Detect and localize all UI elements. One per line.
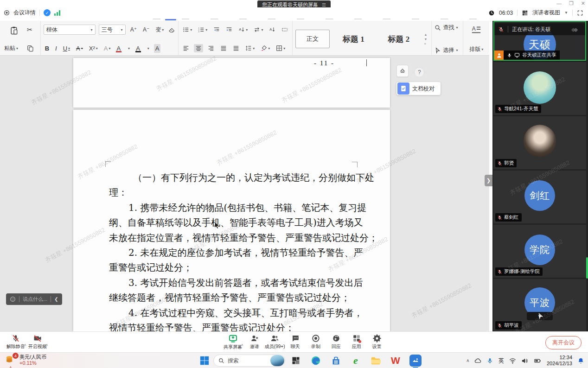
find-button[interactable]: 查找▾ [435,24,460,32]
taskbar-clock[interactable]: 12:34 2024/12/13 [547,355,572,367]
align-center-button[interactable] [194,44,203,52]
numbered-list-button[interactable]: ▾ [197,25,209,34]
internet-explorer-icon[interactable]: e [350,355,362,367]
reactions-button[interactable]: 回应 [326,332,346,352]
share-options-caret[interactable]: ˄ [241,343,243,347]
fullscreen-icon[interactable] [577,10,583,16]
view-mode-select[interactable]: 演讲者视图 [532,9,560,17]
tray-expand-caret[interactable]: ˄ [467,358,469,363]
shading-button[interactable]: ▾ [259,44,271,52]
chevron-down-icon[interactable]: ▼ [564,11,568,15]
battery-icon[interactable] [533,357,542,364]
paste-button[interactable] [9,24,19,35]
char-shading-button[interactable]: A [154,44,161,53]
notifications-bell-icon[interactable] [577,357,584,364]
font-size-combo[interactable]: 三号▾ [99,25,126,35]
align-left-button[interactable] [181,44,191,52]
sort-button[interactable] [268,25,277,34]
tencent-meeting-icon[interactable] [409,355,422,367]
copy-icon[interactable] [26,44,34,52]
underline-button[interactable]: U▾ [62,44,71,53]
cut-button[interactable]: ✂ [26,25,34,34]
participant-tile[interactable]: 学院 罗娜娜-测绘学院 [493,225,586,278]
styles-scroll-down[interactable]: ▼ [424,38,427,41]
style-heading1[interactable]: 标题 1 [332,30,375,48]
document-canvas[interactable]: - 11 - （一）有下列行为之一的，认定为考试违纪，分别做如下处 理： 1. … [0,56,489,331]
style-normal[interactable]: 正文 [295,30,329,48]
start-video-button[interactable]: 开启视频 [27,332,48,352]
outdent-button[interactable] [212,25,221,34]
taskbar-widget[interactable]: 4 ˄ 美元/人民币 +0.11% [5,354,46,366]
leave-meeting-button[interactable]: 离开会议 [545,336,582,349]
settings-button[interactable]: 设置 [367,332,387,352]
mic-options-caret[interactable]: ˄ [24,343,26,347]
help-button[interactable]: ? [414,67,424,77]
line-spacing-button[interactable]: ▾ [244,44,256,52]
sidebar-scrollbar[interactable] [586,257,588,279]
taskbar-search-box[interactable]: 搜索 [213,355,285,367]
tray-mic-icon[interactable] [486,357,493,364]
input-language-indicator[interactable]: 英 [499,357,504,365]
onedrive-cloud-icon[interactable] [474,357,481,364]
styles-scroll-up[interactable]: ▲ [424,33,427,36]
chat-input-placeholder[interactable]: 说点什么... [23,296,47,303]
sidebar-collapse-button[interactable]: ▼ [527,312,553,320]
asian-layout-button[interactable]: ▾ [237,25,249,34]
strikethrough-button[interactable]: A▾ [75,44,84,53]
maximize-button[interactable]: ❐ [569,0,574,6]
participant-tile[interactable]: 剑红 蔡剑红 [493,171,586,223]
bullet-list-button[interactable]: ▾ [181,25,193,34]
video-options-caret[interactable]: ˄ [46,343,48,347]
file-explorer-icon[interactable] [370,355,382,367]
font-name-combo[interactable]: 楷体▾ [44,25,96,35]
wifi-icon[interactable] [509,357,516,364]
unmute-button[interactable]: 解除静音 [6,332,26,352]
indent-button[interactable] [224,25,234,34]
bold-button[interactable]: B [44,44,51,53]
invite-button[interactable]: 邀请 [244,332,265,352]
text-effects-button[interactable]: A▾ [102,44,112,53]
sidebar-expand-handle[interactable]: ❯ [485,175,492,186]
start-button[interactable] [199,355,210,366]
microsoft-store-icon[interactable] [330,355,342,367]
typeset-button[interactable]: 排版▾ [468,44,485,54]
select-button[interactable]: 选择▾ [435,46,460,54]
paste-label[interactable]: 粘贴▾ [3,44,19,53]
font-color-button[interactable]: A▾ [134,44,151,53]
apps-button[interactable]: 应用 [346,332,367,352]
participant-tile[interactable]: 平波 ▼ 胡平波 [493,279,586,331]
styles-gallery-open[interactable]: ≡ [424,42,427,45]
highlight-pen-button[interactable]: A▾ [115,44,131,53]
style-heading2[interactable]: 标题 2 [377,30,420,48]
task-view-button[interactable] [290,355,302,367]
volume-icon[interactable] [521,357,528,364]
edge-browser-icon[interactable] [310,355,322,367]
record-button[interactable]: 录制 [306,332,326,352]
chat-button[interactable]: 聊天 [285,332,306,352]
minimize-button[interactable]: — [556,0,562,6]
char-width-button[interactable] [280,25,289,34]
wps-office-icon[interactable]: W [390,355,402,367]
network-signal-icon[interactable] [54,10,60,16]
meeting-info-link[interactable]: 会议详情 [13,9,36,17]
participant-tile-sharing[interactable]: 天硕 正在讲话: 谷天硕 谷天硕正在共享 [493,21,586,61]
quick-chat-pill[interactable]: 说点什么... ❮ [6,293,62,305]
search-highlight-image[interactable] [270,355,284,366]
smiley-icon[interactable] [10,296,16,302]
close-button[interactable]: ✕ [581,0,585,6]
borders-button[interactable]: ▾ [275,44,287,52]
align-right-button[interactable] [206,44,216,52]
clear-format-eraser-icon[interactable] [168,26,175,33]
banner-menu-icon[interactable]: ☰ [322,2,326,7]
document-proofread-button[interactable]: 文档校对 [396,82,441,95]
share-screen-button[interactable]: 共享屏幕 [223,332,243,352]
increase-font-button[interactable]: A⁺ [129,25,138,34]
italic-button[interactable]: I [54,44,58,53]
participant-tile[interactable]: 导航241-齐天慧 [493,62,586,115]
decrease-font-button[interactable]: A⁻ [141,25,151,34]
distribute-button[interactable] [231,44,241,52]
members-button[interactable]: 成员(99+) [265,332,285,352]
participant-tile[interactable]: 郭贤 [493,116,586,169]
chat-collapse-icon[interactable]: ❮ [54,297,58,302]
security-shield-icon[interactable]: ✓ [44,9,51,16]
